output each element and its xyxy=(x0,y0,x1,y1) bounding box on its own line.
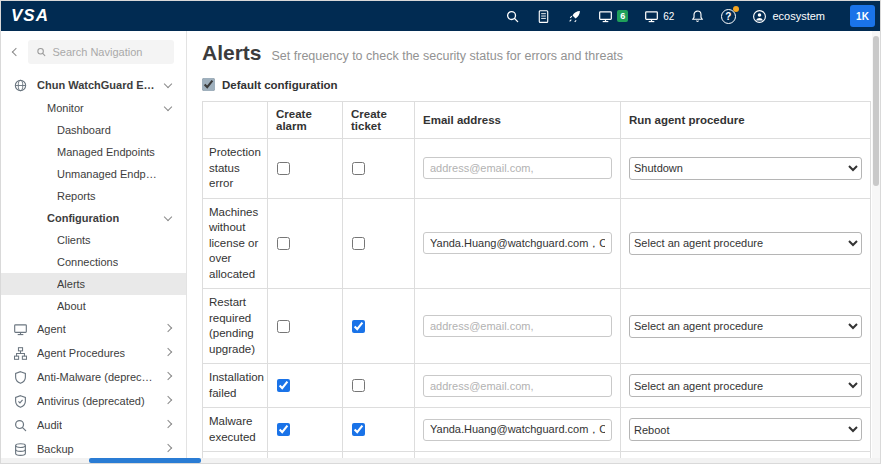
agent-procedure-select[interactable]: Reboot xyxy=(629,418,862,441)
chevron-right-icon xyxy=(164,396,172,404)
sidebar-item-label: Dashboard xyxy=(57,124,111,136)
sidebar-item-antivirus-deprecated[interactable]: Antivirus (deprecated) xyxy=(1,389,186,413)
vsa-window: VSA 6 62 ? xyxy=(0,0,881,464)
create-ticket-checkbox[interactable] xyxy=(352,162,365,175)
table-row: Restart required (pending upgrade)Select… xyxy=(203,289,871,364)
chevron-right-icon xyxy=(164,324,172,332)
sidebar-item-label: Agent Procedures xyxy=(37,347,125,359)
row-label-cell: Machines without license or over allocat… xyxy=(203,198,268,289)
sidebar-item-clients[interactable]: Clients xyxy=(1,229,186,251)
user-icon xyxy=(751,8,767,24)
chevron-down-icon xyxy=(164,80,172,88)
sidebar: Chun WatchGuard Endpoint ...MonitorDashb… xyxy=(1,31,187,458)
collapse-sidebar-icon[interactable] xyxy=(12,48,20,56)
agent-procedure-select[interactable]: Select an agent procedure xyxy=(629,315,862,338)
sidebar-item-backup[interactable]: Backup xyxy=(1,437,186,458)
sidebar-item-agent[interactable]: Agent xyxy=(1,317,186,341)
sidebar-item-label: Audit xyxy=(37,419,62,431)
procedures-icon xyxy=(13,346,28,361)
create-alarm-checkbox[interactable] xyxy=(277,320,290,333)
sidebar-item-label: Agent xyxy=(37,323,66,335)
agent-procedure-select[interactable]: Select an agent procedure xyxy=(629,374,862,397)
column-header: Run agent procedure xyxy=(621,102,871,139)
sidebar-item-connections[interactable]: Connections xyxy=(1,251,186,273)
sidebar-item-label: Alerts xyxy=(57,278,85,290)
search-icon xyxy=(36,46,46,58)
create-ticket-checkbox[interactable] xyxy=(352,237,365,250)
org-icon xyxy=(13,78,28,93)
sidebar-item-label: Clients xyxy=(57,234,91,246)
sidebar-item-label: About xyxy=(57,300,86,312)
sidebar-item-label: Unmanaged Endpoints xyxy=(57,168,158,180)
sidebar-item-configuration[interactable]: Configuration xyxy=(1,207,186,229)
sidebar-item-label: Managed Endpoints xyxy=(57,146,155,158)
horizontal-scrollbar-thumb[interactable] xyxy=(89,458,201,463)
email-input[interactable] xyxy=(423,315,612,337)
column-header xyxy=(203,102,268,139)
table-row: Installation failedSelect an agent proce… xyxy=(203,364,871,408)
row-label: Protection status error xyxy=(209,145,261,192)
search-icon[interactable] xyxy=(504,8,520,24)
default-configuration-label: Default configuration xyxy=(222,79,338,91)
agent-procedure-select[interactable]: Shutdown xyxy=(629,157,862,180)
sidebar-item-monitor[interactable]: Monitor xyxy=(1,97,186,119)
sidebar-item-agent-procedures[interactable]: Agent Procedures xyxy=(1,341,186,365)
sidebar-item-about[interactable]: About xyxy=(1,295,186,317)
row-label-cell: Installation failed xyxy=(203,364,268,408)
table-row: Machines without license or over allocat… xyxy=(203,198,871,289)
create-alarm-checkbox[interactable] xyxy=(277,237,290,250)
user-menu[interactable]: ecosystem xyxy=(751,8,825,24)
monitor-online-icon[interactable] xyxy=(597,8,613,24)
sidebar-item-alerts[interactable]: Alerts xyxy=(1,273,186,295)
create-ticket-checkbox[interactable] xyxy=(352,423,365,436)
sidebar-item-label: Configuration xyxy=(47,212,119,224)
alerts-table-body: Protection status errorShutdownMachines … xyxy=(203,139,871,459)
horizontal-scrollbar[interactable] xyxy=(1,458,880,463)
sidebar-item-anti-malware-deprecated[interactable]: Anti-Malware (deprecated) xyxy=(1,365,186,389)
email-input[interactable] xyxy=(423,232,612,254)
row-label-cell: Protection status error xyxy=(203,139,268,199)
alerts-table-header: Create alarmCreate ticketEmail addressRu… xyxy=(203,102,871,139)
table-row: Malware executedReboot xyxy=(203,408,871,452)
create-alarm-checkbox[interactable] xyxy=(277,162,290,175)
column-header: Create alarm xyxy=(268,102,343,139)
user-name: ecosystem xyxy=(772,10,825,22)
row-label: Installation failed xyxy=(209,370,261,401)
agent-procedure-select[interactable]: Select an agent procedure xyxy=(629,232,862,255)
shield-icon xyxy=(13,370,28,385)
email-input[interactable] xyxy=(423,375,612,397)
email-input[interactable] xyxy=(423,157,612,179)
vertical-scrollbar[interactable] xyxy=(872,31,880,458)
sidebar-item-audit[interactable]: Audit xyxy=(1,413,186,437)
sidebar-item-label: Reports xyxy=(57,190,96,202)
help-icon[interactable]: ? xyxy=(720,8,736,24)
sidebar-item-managed-endpoints[interactable]: Managed Endpoints xyxy=(1,141,186,163)
email-input[interactable] xyxy=(423,419,612,441)
rocket-icon[interactable] xyxy=(566,8,582,24)
sidebar-tree: Chun WatchGuard Endpoint ...MonitorDashb… xyxy=(1,71,186,458)
sidebar-item-chun-watchguard-endpoint[interactable]: Chun WatchGuard Endpoint ... xyxy=(1,73,186,97)
sidebar-item-label: Antivirus (deprecated) xyxy=(37,395,145,407)
tenant-badge[interactable]: 1K xyxy=(850,5,875,27)
create-alarm-checkbox[interactable] xyxy=(277,423,290,436)
topbar: VSA 6 62 ? xyxy=(1,1,880,31)
default-configuration-checkbox[interactable] xyxy=(202,78,215,91)
create-alarm-checkbox[interactable] xyxy=(277,379,290,392)
chevron-down-icon xyxy=(164,213,172,221)
sidebar-item-label: Anti-Malware (deprecated) xyxy=(37,371,158,383)
search-navigation-input[interactable] xyxy=(52,46,166,58)
chevron-right-icon xyxy=(164,444,172,452)
create-ticket-checkbox[interactable] xyxy=(352,379,365,392)
sidebar-search[interactable] xyxy=(28,40,174,64)
row-label: Malware executed xyxy=(209,414,261,445)
sidebar-header xyxy=(1,31,186,71)
create-ticket-checkbox[interactable] xyxy=(352,320,365,333)
sidebar-item-reports[interactable]: Reports xyxy=(1,185,186,207)
row-label: Machines without license or over allocat… xyxy=(209,205,261,283)
vertical-scrollbar-thumb[interactable] xyxy=(873,36,879,186)
sidebar-item-unmanaged-endpoints[interactable]: Unmanaged Endpoints xyxy=(1,163,186,185)
document-icon[interactable] xyxy=(535,8,551,24)
bell-icon[interactable] xyxy=(689,8,705,24)
monitor-offline-icon[interactable] xyxy=(643,8,659,24)
sidebar-item-dashboard[interactable]: Dashboard xyxy=(1,119,186,141)
